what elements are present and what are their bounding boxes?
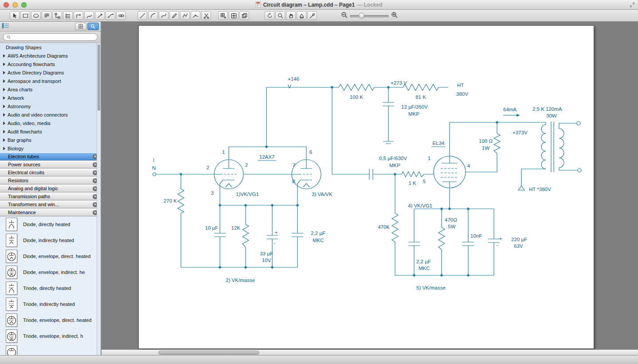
shape-item[interactable]: Diode, envelope, indirect. he <box>0 264 101 280</box>
sidebar-scrollbar-thumb[interactable] <box>98 44 100 111</box>
direct-connector-tool-button[interactable] <box>95 11 105 20</box>
status-bar <box>0 355 638 364</box>
zoom-slider-track <box>350 15 389 17</box>
shape-item[interactable]: Diode, directly heated <box>0 216 101 232</box>
library-grid-view-button[interactable] <box>75 23 86 30</box>
pin-label: 3 <box>211 190 214 196</box>
svg-text:10V: 10V <box>262 258 271 263</box>
layers-button[interactable] <box>239 11 249 20</box>
section-resistors[interactable]: Resistors <box>0 176 101 184</box>
shape-item[interactable] <box>0 344 101 355</box>
circuit-diagram[interactable]: I N 270 K +146 V 100 K +273 V 81 K HT 38… <box>139 26 594 348</box>
library-item[interactable]: Audit flowcharts <box>0 127 101 136</box>
org-connector-tool-button[interactable] <box>52 11 62 20</box>
disclosure-triangle-icon[interactable] <box>3 71 5 74</box>
library-item[interactable]: Active Directory Diagrams <box>0 68 101 77</box>
library-item[interactable]: Accounting flowcharts <box>0 60 101 68</box>
library-search-button[interactable] <box>87 23 99 30</box>
sidebar-scrollbar[interactable] <box>97 43 101 355</box>
rectangle-tool-button[interactable] <box>20 11 30 20</box>
library-item[interactable]: Drawing Shapes <box>0 43 101 51</box>
section-power-sources[interactable]: Power sources <box>0 160 101 168</box>
label-470ohm: 470Ω <box>445 217 457 223</box>
polyline-tool-button[interactable] <box>180 11 190 20</box>
window-locked-label: — Locked <box>357 2 382 8</box>
disclosure-triangle-icon[interactable] <box>3 147 5 150</box>
link-tool-button[interactable] <box>116 11 126 20</box>
section-analog-digital-logic[interactable]: Analog and digital logic <box>0 184 101 192</box>
horizontal-scrollbar[interactable] <box>102 349 638 355</box>
fullscreen-icon[interactable] <box>629 2 635 10</box>
zoom-window-button[interactable] <box>21 2 27 8</box>
library-item[interactable]: AWS Architecture Diagrams <box>0 51 101 60</box>
library-item[interactable]: Audio and video connectors <box>0 110 101 119</box>
search-field[interactable] <box>3 33 98 41</box>
canvas-area[interactable]: I N 270 K +146 V 100 K +273 V 81 K HT 38… <box>102 22 638 355</box>
svg-text:N: N <box>152 165 156 171</box>
disclosure-triangle-icon[interactable] <box>3 113 5 117</box>
disclosure-triangle-icon[interactable] <box>3 88 5 91</box>
line-tool-button[interactable] <box>137 11 147 20</box>
smart-connector-tool-button[interactable] <box>106 11 115 20</box>
shape-item[interactable]: Triode, indirectly heated <box>0 296 101 312</box>
library-item[interactable]: Bar graphs <box>0 136 101 144</box>
output-transformer[interactable] <box>541 121 581 172</box>
disclosure-triangle-icon[interactable] <box>3 54 5 58</box>
shape-item[interactable]: Triode, envelope, direct. heated <box>0 312 101 328</box>
section-transmission-paths[interactable]: Transmission paths <box>0 192 101 200</box>
library-item[interactable]: Aerospace and transport <box>0 77 101 85</box>
section-transformers[interactable]: Transformers and win... <box>0 200 101 208</box>
disclosure-triangle-icon[interactable] <box>3 130 5 133</box>
ellipse-tool-button[interactable] <box>31 11 41 20</box>
disclosure-triangle-icon[interactable] <box>3 138 5 142</box>
disclosure-triangle-icon[interactable] <box>3 79 5 83</box>
section-electron-tubes[interactable]: Electron tubes <box>0 153 101 160</box>
library-item[interactable]: Astronomy <box>0 102 101 110</box>
cut-tool-button[interactable] <box>201 11 211 20</box>
disclosure-triangle-icon[interactable] <box>3 121 5 125</box>
zoom-in-button[interactable] <box>391 11 398 20</box>
section-electrical-circuits[interactable]: Electrical circuits <box>0 168 101 176</box>
snap-grid-button[interactable] <box>218 11 228 20</box>
select-tool-button[interactable] <box>10 11 20 20</box>
rotate-button[interactable] <box>265 11 274 20</box>
edit-points-tool-button[interactable] <box>191 11 200 20</box>
close-button[interactable] <box>4 2 9 8</box>
library-item[interactable]: Area charts <box>0 85 101 94</box>
curved-connector-tool-button[interactable] <box>84 11 94 20</box>
current-arrow <box>503 114 520 117</box>
disclosure-triangle-icon[interactable] <box>3 63 5 66</box>
section-maintenance[interactable]: Maintenance <box>0 208 101 216</box>
label-note3: 3) VA/VK <box>312 192 333 197</box>
zoom-out-button[interactable] <box>341 11 348 20</box>
pin-label: 4 <box>467 163 470 168</box>
tree-connector-tool-button[interactable] <box>63 11 73 20</box>
glue-points-button[interactable] <box>229 11 239 20</box>
library-search-input[interactable] <box>13 34 94 40</box>
disclosure-triangle-icon[interactable] <box>3 96 5 100</box>
library-item[interactable]: Biology <box>0 144 101 153</box>
zoom-slider-knob[interactable] <box>359 13 364 19</box>
library-item[interactable]: Artwork <box>0 94 101 102</box>
eyedropper-tool-button[interactable] <box>307 11 317 20</box>
horizontal-scrollbar-thumb[interactable] <box>158 351 259 355</box>
angled-connector-tool-button[interactable] <box>74 11 83 20</box>
shape-item[interactable]: Diode, indirectly heated <box>0 232 101 248</box>
svg-text:MKC: MKC <box>419 266 430 271</box>
stamp-tool-button[interactable] <box>297 11 306 20</box>
zoom-tool-button[interactable] <box>275 11 285 20</box>
shape-item[interactable]: Triode, directly heated <box>0 280 101 296</box>
polarity-minus: - <box>497 242 498 247</box>
bezier-tool-button[interactable] <box>159 11 168 20</box>
shape-item[interactable]: Triode, envelope, indirect. h <box>0 328 101 344</box>
drawing-page[interactable]: I N 270 K +146 V 100 K +273 V 81 K HT 38… <box>138 25 594 349</box>
zoom-slider[interactable] <box>349 12 390 20</box>
library-item[interactable]: Audio, video, media <box>0 119 101 127</box>
pencil-tool-button[interactable] <box>169 11 179 20</box>
text-tool-button[interactable] <box>42 11 51 20</box>
pan-tool-button[interactable] <box>286 11 296 20</box>
minimize-button[interactable] <box>12 2 18 8</box>
shape-item[interactable]: Diode, envelope, direct. heated <box>0 248 101 264</box>
arc-tool-button[interactable] <box>148 11 158 20</box>
disclosure-triangle-icon[interactable] <box>3 105 5 108</box>
